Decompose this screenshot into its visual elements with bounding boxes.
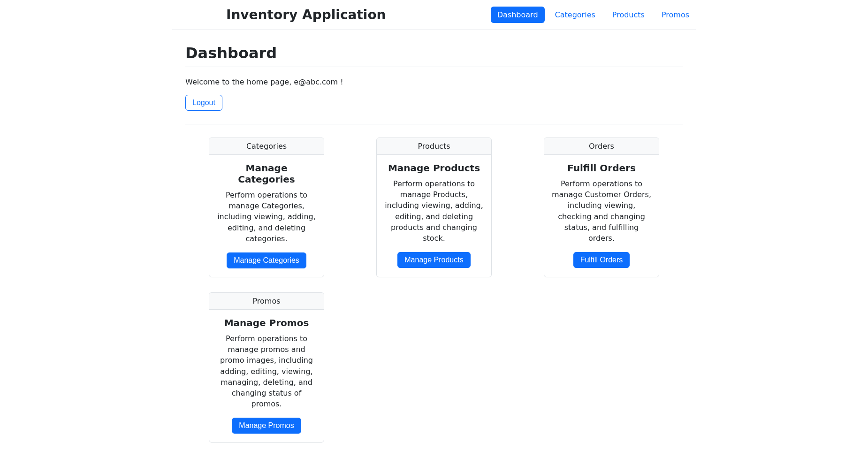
navbar: Inventory Application Dashboard Categori… [172, 0, 696, 30]
card-orders: Orders Fulfill Orders Perform operations… [544, 138, 659, 277]
card-title: Manage Categories [216, 162, 317, 185]
manage-categories-button[interactable]: Manage Categories [227, 252, 306, 268]
section-divider [185, 124, 683, 124]
fulfill-orders-button[interactable]: Fulfill Orders [573, 252, 630, 268]
card-header: Promos [209, 293, 324, 310]
nav-links: Dashboard Categories Products Promos [491, 7, 696, 23]
welcome-text: Welcome to the home page, e@abc.com ! [185, 77, 683, 86]
manage-products-button[interactable]: Manage Products [397, 252, 470, 268]
cards-row: Categories Manage Categories Perform ope… [185, 138, 683, 458]
nav-link-promos[interactable]: Promos [655, 7, 696, 23]
card-text: Perform operations to manage Categories,… [216, 190, 317, 244]
main-content: Dashboard Welcome to the home page, e@ab… [172, 30, 696, 466]
card-products: Products Manage Products Perform operati… [376, 138, 492, 277]
nav-link-dashboard[interactable]: Dashboard [491, 7, 545, 23]
card-title: Manage Products [383, 162, 485, 174]
nav-link-categories[interactable]: Categories [548, 7, 602, 23]
card-text: Perform operations to manage Customer Or… [551, 178, 652, 244]
page-title: Dashboard [185, 44, 683, 62]
card-categories: Categories Manage Categories Perform ope… [209, 138, 324, 277]
manage-promos-button[interactable]: Manage Promos [232, 418, 301, 434]
card-header: Orders [544, 138, 659, 155]
card-text: Perform operations to manage Products, i… [383, 178, 485, 244]
nav-link-products[interactable]: Products [606, 7, 651, 23]
card-header: Categories [209, 138, 324, 155]
card-promos: Promos Manage Promos Perform operations … [209, 292, 324, 443]
card-title: Manage Promos [216, 317, 317, 328]
brand-title[interactable]: Inventory Application [172, 7, 386, 23]
card-title: Fulfill Orders [551, 162, 652, 174]
title-divider [185, 67, 683, 67]
card-text: Perform operations to manage promos and … [216, 333, 317, 409]
logout-button[interactable]: Logout [185, 95, 222, 111]
card-header: Products [377, 138, 491, 155]
